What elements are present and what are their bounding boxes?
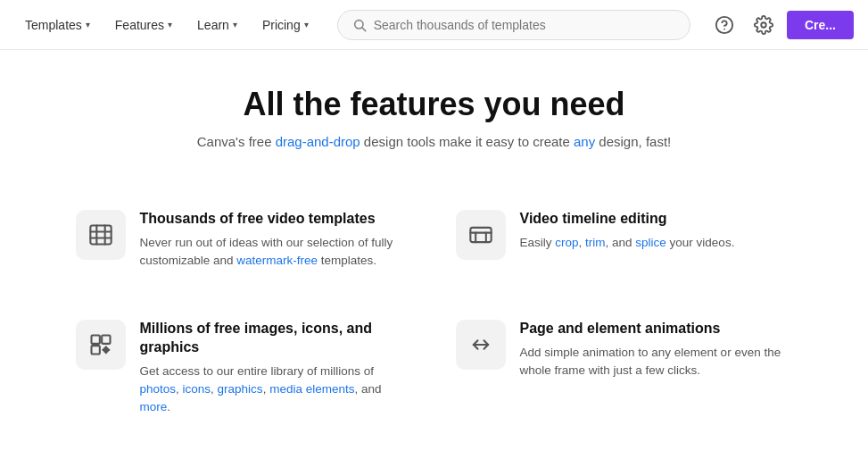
nav-pricing-label: Pricing <box>262 18 301 32</box>
subtitle-text1: Canva's free <box>197 134 276 149</box>
navbar: Templates ▾ Features ▾ Learn ▾ Pricing ▾ <box>0 0 868 50</box>
create-button[interactable]: Cre... <box>787 11 854 39</box>
feature-video-templates-title: Thousands of free video templates <box>140 210 413 229</box>
subtitle-link-any[interactable]: any <box>574 134 595 149</box>
svg-rect-5 <box>90 226 111 245</box>
svg-rect-14 <box>91 336 99 344</box>
feature-video-timeline-desc: Easily crop, trim, and splice your video… <box>520 234 793 252</box>
feature-stock-footage: Pre-licensed stock footage and audio tra… <box>434 442 814 459</box>
search-icon <box>352 18 367 32</box>
nav-templates-label: Templates <box>25 18 82 32</box>
feature-images-icons-desc: Get access to our entire library of mill… <box>140 363 413 417</box>
nav-features-label: Features <box>115 18 164 32</box>
feature-animations-content: Page and element animations Add simple a… <box>520 320 793 380</box>
svg-point-4 <box>761 22 766 28</box>
chevron-down-icon: ▾ <box>168 20 172 29</box>
chevron-down-icon: ▾ <box>86 20 90 29</box>
grid-icon <box>76 320 126 370</box>
feature-collaboration: Real-time collaboration Create, collabor… <box>54 442 434 459</box>
splice-link[interactable]: splice <box>635 236 666 249</box>
help-button[interactable] <box>708 9 740 41</box>
feature-images-icons-title: Millions of free images, icons, and grap… <box>140 320 413 357</box>
feature-video-timeline-content: Video timeline editing Easily crop, trim… <box>520 210 793 252</box>
nav-right: Cre... <box>708 9 854 41</box>
svg-rect-15 <box>102 336 110 344</box>
feature-video-timeline-title: Video timeline editing <box>520 210 793 229</box>
feature-video-templates-desc: Never run out of ideas with our selectio… <box>140 234 413 271</box>
feature-animations: Page and element animations Add simple a… <box>434 295 814 441</box>
subtitle-link-drag[interactable]: drag-and-drop <box>276 134 360 149</box>
watermark-free-link[interactable]: watermark-free <box>236 254 318 267</box>
photos-link[interactable]: photos <box>140 382 177 396</box>
svg-rect-10 <box>470 228 491 242</box>
search-bar[interactable] <box>337 10 690 40</box>
feature-images-icons-content: Millions of free images, icons, and grap… <box>140 320 413 416</box>
nav-features[interactable]: Features ▾ <box>104 11 183 39</box>
features-grid: Thousands of free video templates Never … <box>54 185 814 459</box>
feature-animations-title: Page and element animations <box>520 320 793 338</box>
media-elements-link[interactable]: media elements <box>269 382 354 396</box>
trim-link[interactable]: trim <box>585 236 606 249</box>
animation-icon <box>456 320 506 370</box>
svg-rect-16 <box>91 346 99 354</box>
timeline-icon <box>456 210 506 260</box>
nav-pricing[interactable]: Pricing ▾ <box>252 11 319 39</box>
svg-line-1 <box>362 28 366 31</box>
chevron-down-icon: ▾ <box>304 20 309 29</box>
hero-subtitle: Canva's free drag-and-drop design tools … <box>54 134 814 149</box>
main-content: All the features you need Canva's free d… <box>33 50 836 459</box>
more-link[interactable]: more <box>140 400 168 413</box>
nav-templates[interactable]: Templates ▾ <box>14 11 101 39</box>
film-icon <box>76 210 126 260</box>
feature-animations-desc: Add simple animation to any element or e… <box>520 344 793 380</box>
feature-video-templates-content: Thousands of free video templates Never … <box>140 210 413 270</box>
settings-button[interactable] <box>748 9 780 41</box>
nav-learn[interactable]: Learn ▾ <box>186 11 248 39</box>
nav-learn-label: Learn <box>197 18 229 32</box>
subtitle-text2: design tools make it easy to create <box>360 134 574 149</box>
graphics-link[interactable]: graphics <box>218 382 263 396</box>
crop-link[interactable]: crop <box>555 236 578 249</box>
feature-video-templates: Thousands of free video templates Never … <box>54 185 434 295</box>
hero-title: All the features you need <box>54 86 814 123</box>
subtitle-text3: design, fast! <box>595 134 671 149</box>
icons-link[interactable]: icons <box>183 382 211 396</box>
chevron-down-icon: ▾ <box>233 20 237 29</box>
feature-video-timeline: Video timeline editing Easily crop, trim… <box>434 185 814 295</box>
feature-images-icons: Millions of free images, icons, and grap… <box>54 295 434 441</box>
search-input[interactable] <box>374 18 675 32</box>
